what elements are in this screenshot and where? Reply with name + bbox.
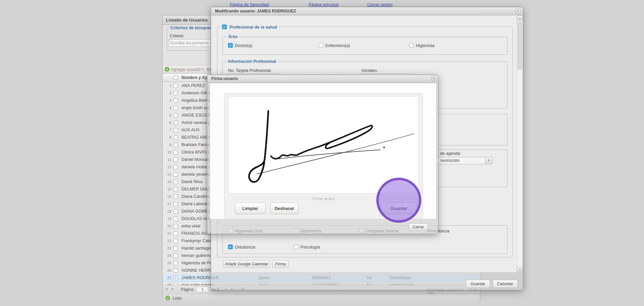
user-name: daniela motta r	[181, 165, 209, 169]
row-checkbox[interactable]	[173, 217, 178, 221]
firma-button[interactable]: Firma	[272, 260, 288, 268]
signature-undo-button[interactable]: Deshacer	[270, 203, 299, 214]
user-name: Harold santiago	[181, 246, 211, 251]
logout-link[interactable]: Cerrar sesión	[367, 2, 392, 7]
search-criteria-legend: Criterios de búsqueda	[169, 26, 216, 30]
row-checkbox[interactable]	[173, 150, 178, 155]
signature-clear-button[interactable]: Limpiar	[235, 203, 266, 214]
row-checkbox[interactable]	[173, 158, 178, 162]
user-name: Diana Laborato	[181, 202, 210, 206]
modal-scrollbar[interactable]: ▲ ▼	[517, 15, 523, 272]
row-checkbox[interactable]: ✓	[173, 276, 178, 280]
row-number: 20	[163, 224, 171, 228]
click-indicator	[376, 178, 421, 223]
row-number: 6	[163, 121, 171, 125]
security-page-link[interactable]: Página de Seguridad	[230, 2, 269, 7]
page-label: Página	[181, 287, 193, 292]
row-checkbox[interactable]	[173, 172, 178, 177]
row-checkbox[interactable]	[173, 231, 178, 236]
specialty-checkbox[interactable]	[294, 245, 299, 249]
row-number: 10	[163, 150, 171, 154]
row-checkbox[interactable]	[173, 268, 178, 273]
row-checkbox[interactable]	[173, 121, 178, 125]
row-number: 3	[163, 98, 171, 102]
row-checkbox[interactable]	[173, 84, 178, 88]
row-number: 22	[163, 239, 171, 243]
user-name: Daniel Monsalv	[181, 157, 210, 162]
tarjeta-label: No. Tarjeta Profesional:	[228, 68, 272, 73]
row-number: 26	[163, 268, 171, 272]
row-checkbox[interactable]	[173, 106, 178, 110]
signature-dialog-title: Firma usuario	[208, 75, 438, 83]
row-checkbox[interactable]	[173, 246, 178, 251]
user-name: DOUGLAS ALB	[181, 216, 211, 221]
signature-cerrar-button[interactable]: Cerrar	[409, 223, 428, 231]
area-option-checkbox[interactable]	[319, 43, 323, 48]
area-option-label: Enfermero(a)	[325, 43, 350, 48]
status-ok-icon: ✓	[165, 296, 170, 300]
user-name: jean carlo zapata	[181, 283, 213, 285]
row-checkbox[interactable]	[173, 209, 178, 214]
row-checkbox[interactable]	[173, 135, 178, 140]
row-checkbox[interactable]	[173, 202, 178, 206]
row-checkbox[interactable]	[173, 187, 178, 191]
signature-close-icon[interactable]: ✕	[431, 76, 436, 81]
select-all-checkbox[interactable]	[173, 75, 178, 80]
modal-save-button[interactable]: Guardar	[466, 280, 490, 288]
specialty-label: Ortodoncia	[235, 245, 255, 250]
user-name: DIANA GOMEZ	[181, 209, 211, 214]
info-prof-legend: Información Profesional	[227, 59, 277, 64]
criterio-label: Criterio:	[170, 34, 184, 38]
row-number: 12	[163, 165, 171, 169]
scroll-up-icon[interactable]: ▲	[517, 15, 523, 21]
iniciales-label: Iniciales:	[362, 68, 378, 73]
signature-canvas[interactable]	[228, 96, 418, 193]
google-calendar-button[interactable]: Añadir Google Calendar	[223, 260, 270, 268]
row-number: 2	[163, 91, 171, 95]
modal-cancel-button[interactable]: Cancelar	[493, 280, 518, 288]
row-checkbox[interactable]	[173, 224, 178, 228]
row-number: 19	[163, 217, 171, 221]
row-checkbox[interactable]	[173, 113, 178, 118]
modal-close-icon[interactable]: ✕	[516, 8, 521, 13]
page-input[interactable]	[196, 287, 209, 292]
row-number: 9	[163, 143, 171, 147]
user-name: Clinica BIVPUL	[181, 150, 210, 155]
row-checkbox[interactable]	[173, 239, 178, 243]
row-checkbox[interactable]	[173, 143, 178, 147]
user-name: ANA PEREZ	[181, 83, 205, 88]
row-number: 24	[163, 254, 171, 258]
status-text: Listo	[173, 296, 181, 301]
agenda-label: de agenda:	[440, 151, 461, 156]
area-option-label: Doctor(a)	[235, 43, 252, 48]
area-option-checkbox[interactable]	[409, 43, 414, 48]
row-checkbox[interactable]	[173, 128, 178, 132]
area-fieldset	[222, 37, 507, 55]
prev-page-icon[interactable]: ◀	[171, 287, 173, 291]
prof-salud-checkbox[interactable]	[222, 25, 227, 29]
page: Página de Seguridad Página principal Cer…	[0, 0, 644, 306]
row-checkbox[interactable]	[173, 165, 178, 169]
row-checkbox[interactable]	[173, 194, 178, 199]
user-name: Astrid vanesa p	[181, 120, 210, 125]
row-number: 15	[163, 187, 171, 191]
row-number: 4	[163, 106, 171, 110]
area-option-checkbox[interactable]	[228, 43, 233, 48]
row-checkbox[interactable]	[173, 98, 178, 103]
user-name: hernan guillermo	[181, 253, 213, 258]
row-number: 14	[163, 180, 171, 184]
agenda-dropdown-icon[interactable]: ▼	[485, 157, 492, 164]
first-page-icon[interactable]: |◀	[165, 287, 168, 291]
main-page-link[interactable]: Página principal	[309, 2, 338, 7]
row-checkbox[interactable]	[173, 91, 178, 95]
row-number: 27	[163, 276, 171, 280]
row-number: 18	[163, 209, 171, 213]
scroll-down-icon[interactable]: ▼	[517, 267, 523, 272]
area-legend: Área	[227, 34, 239, 39]
row-checkbox[interactable]	[173, 261, 178, 265]
row-checkbox[interactable]	[173, 180, 178, 184]
scrollbar-thumb[interactable]	[518, 22, 522, 69]
add-user-button[interactable]: Agregar usuario	[171, 67, 201, 72]
row-checkbox[interactable]	[173, 254, 178, 258]
specialty-checkbox[interactable]	[228, 245, 233, 249]
